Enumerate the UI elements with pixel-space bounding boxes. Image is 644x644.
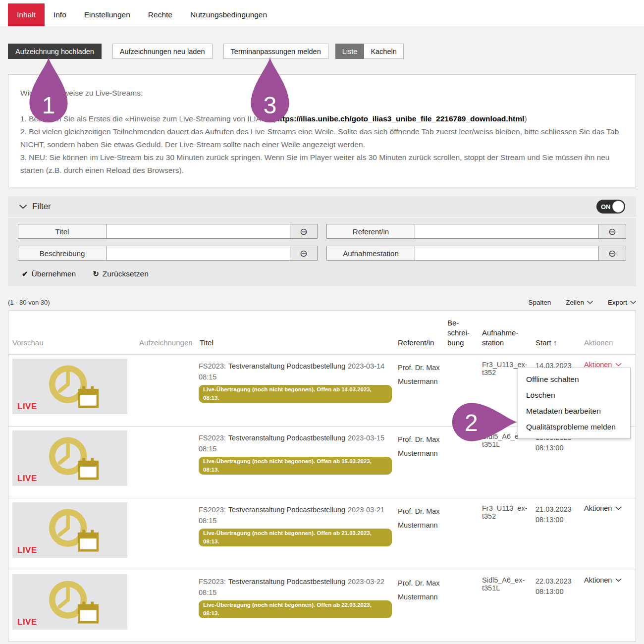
- toolbar: Aufzeichnung hochladen Aufzeichnungen ne…: [8, 44, 636, 59]
- info-title: Wichtige Hinweise zu Live-Streams:: [20, 87, 623, 100]
- clock-calendar-icon: [41, 578, 99, 626]
- menu-item-offline-schalten[interactable]: Offline schalten: [518, 372, 630, 387]
- view-switcher: Liste Kacheln: [335, 44, 404, 59]
- recording-title: FS2023:Testveranstaltung Podcastbestellu…: [199, 432, 392, 454]
- table-header-row: Vorschau Aufzeichnun­gen Titel Referent/…: [8, 311, 636, 354]
- columns-control[interactable]: Spalten: [528, 299, 551, 306]
- beschreibung-cell: [445, 498, 480, 570]
- referent-cell: Prof. Dr. Max Mustermann: [396, 570, 445, 642]
- reset-filter-button[interactable]: ↻Zurücksetzen: [93, 269, 149, 278]
- table-meta: (1 - 30 von 30) Spalten Zeilen Export: [8, 297, 636, 307]
- filter-label-aufnahmestation: Aufnahmestation: [327, 246, 415, 260]
- filter-clear-button[interactable]: ⊖: [290, 246, 317, 260]
- filter-clear-button[interactable]: ⊖: [290, 224, 317, 238]
- filter-actions: ✔Übernehmen ↻Zurücksetzen: [22, 269, 626, 286]
- svg-text:3: 3: [264, 92, 277, 118]
- preview-thumbnail[interactable]: LIVE: [12, 502, 127, 558]
- start-cell: 21.03.202308:13:00: [534, 498, 582, 570]
- filter-toggle[interactable]: ON: [596, 200, 625, 214]
- export-control[interactable]: Export: [608, 299, 636, 306]
- toggle-on-label: ON: [601, 203, 611, 211]
- live-label: LIVE: [17, 402, 37, 412]
- aktionen-button[interactable]: Aktionen: [584, 504, 622, 512]
- filter-clear-button[interactable]: ⊖: [599, 246, 626, 260]
- header-titel[interactable]: Titel: [198, 338, 396, 354]
- apply-filter-button[interactable]: ✔Übernehmen: [22, 269, 76, 278]
- recording-title: FS2023:Testveranstaltung Podcastbestellu…: [199, 504, 392, 526]
- tab-rechte[interactable]: Rechte: [139, 3, 181, 26]
- table-row: LIVE FS2023:Testveranstaltung Podcastbes…: [8, 570, 636, 642]
- chevron-down-icon: [630, 301, 636, 304]
- referent-cell: Prof. Dr. Max Mustermann: [396, 355, 445, 426]
- preview-thumbnail[interactable]: LIVE: [12, 359, 127, 414]
- header-start[interactable]: Start↑: [534, 338, 582, 354]
- view-tiles-button[interactable]: Kacheln: [364, 44, 403, 59]
- tab-einstellungen[interactable]: Einstellungen: [75, 3, 139, 26]
- station-cell: Fr3_U113_ex­t352: [480, 498, 534, 570]
- svg-text:1: 1: [42, 92, 55, 118]
- menu-item-loeschen[interactable]: Löschen: [518, 387, 630, 403]
- clock-calendar-icon: [41, 506, 99, 554]
- filter-field-aufnahmestation: Aufnahmestation ⊖: [326, 246, 626, 261]
- info-link[interactable]: https://ilias.unibe.ch/goto_ilias3_unibe…: [275, 114, 524, 123]
- header-beschreibung[interactable]: Be­schrei­bung: [445, 318, 480, 354]
- filter-field-referent: Referent/in ⊖: [326, 224, 626, 239]
- beschreibung-cell: [445, 570, 480, 642]
- recording-title: FS2023:Testveranstaltung Podcastbestellu…: [199, 361, 392, 382]
- filter-field-beschreibung: Beschreibung ⊖: [18, 246, 318, 261]
- aktionen-button[interactable]: Aktionen: [584, 576, 622, 584]
- rows-control[interactable]: Zeilen: [566, 299, 593, 306]
- tab-nutzungsbedingungen[interactable]: Nutzungsbedingungen: [181, 3, 276, 26]
- filter-input-beschreibung[interactable]: [107, 246, 290, 260]
- chevron-down-icon: [615, 363, 622, 367]
- chevron-down-icon: [615, 578, 622, 582]
- live-status-badge: Live-Übertragung (noch nicht begonnen). …: [199, 457, 392, 475]
- actions-context-menu: Offline schalten Löschen Metadaten bearb…: [518, 368, 631, 439]
- header-aufnahmestation[interactable]: Aufnahme­station: [480, 328, 534, 354]
- chevron-down-icon: [19, 204, 27, 209]
- clock-calendar-icon: [41, 434, 99, 483]
- aufzeichnungen-cell: [137, 498, 198, 570]
- toggle-knob: [612, 201, 624, 213]
- filter-label-referent: Referent/in: [327, 224, 415, 238]
- aufzeichnungen-cell: [137, 427, 198, 498]
- filter-panel: Filter ON Titel ⊖ Referent/in ⊖ Beschrei…: [8, 196, 636, 286]
- chevron-down-icon: [615, 506, 622, 510]
- livestream-info-box: Wichtige Hinweise zu Live-Streams: 1. Be…: [8, 74, 636, 187]
- check-icon: ✔: [22, 269, 28, 278]
- filter-input-referent[interactable]: [415, 224, 599, 238]
- table-row: LIVE FS2023:Testveranstaltung Podcastbes…: [8, 498, 636, 570]
- tab-info[interactable]: Info: [45, 3, 75, 26]
- recordings-table: Vorschau Aufzeichnun­gen Titel Referent/…: [8, 311, 636, 642]
- header-aufzeichnungen: Aufzeichnun­gen: [137, 338, 198, 354]
- menu-item-qualitaetsprobleme-melden[interactable]: Qualitätsprobleme melden: [518, 419, 630, 435]
- view-list-button[interactable]: Liste: [335, 44, 365, 59]
- header-referent[interactable]: Referent/in: [396, 338, 445, 354]
- filter-input-titel[interactable]: [107, 224, 290, 238]
- annotation-marker-3: 3: [247, 55, 293, 125]
- tab-inhalt[interactable]: Inhalt: [8, 3, 45, 26]
- live-label: LIVE: [17, 474, 37, 483]
- info-item-1: 1. Beachten Sie als Erstes die «Hinweise…: [20, 112, 623, 125]
- live-status-badge: Live-Übertragung (noch nicht begonnen). …: [199, 600, 392, 618]
- live-label: LIVE: [17, 617, 37, 627]
- reload-recordings-button[interactable]: Aufzeichnungen neu laden: [112, 44, 213, 59]
- reset-icon: ↻: [93, 269, 99, 278]
- preview-thumbnail[interactable]: LIVE: [12, 430, 127, 486]
- table-controls: Spalten Zeilen Export: [528, 299, 636, 306]
- referent-cell: Prof. Dr. Max Mustermann: [396, 498, 445, 570]
- filter-title[interactable]: Filter: [32, 202, 51, 212]
- filter-field-titel: Titel ⊖: [18, 224, 318, 239]
- filter-clear-button[interactable]: ⊖: [599, 224, 626, 238]
- filter-label-titel: Titel: [18, 224, 107, 238]
- filter-input-aufnahmestation[interactable]: [415, 246, 599, 260]
- annotation-marker-1: 1: [26, 55, 71, 125]
- svg-text:2: 2: [465, 410, 478, 436]
- chevron-down-icon: [587, 301, 593, 304]
- station-cell: Sidl5_A6_ex­t351L: [480, 570, 534, 642]
- tab-bar: Inhalt Info Einstellungen Rechte Nutzung…: [0, 0, 644, 26]
- preview-thumbnail[interactable]: LIVE: [12, 574, 127, 630]
- clock-calendar-icon: [41, 363, 99, 411]
- menu-item-metadaten-bearbeiten[interactable]: Metadaten bearbeiten: [518, 403, 630, 419]
- live-status-badge: Live-Übertragung (noch nicht begonnen). …: [199, 385, 392, 403]
